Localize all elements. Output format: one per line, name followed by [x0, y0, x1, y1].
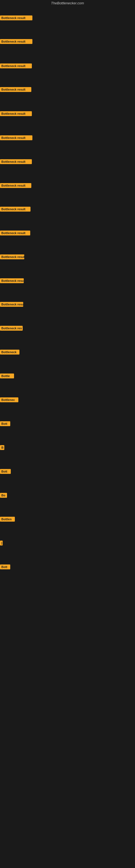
- bottleneck-badge: Bottleneck result: [0, 207, 31, 212]
- bottleneck-badge: Bottleneck result: [0, 16, 32, 20]
- bottleneck-badge: Bottlen: [0, 517, 15, 522]
- bottleneck-badge: Bottleneck res: [0, 326, 23, 331]
- bottleneck-badge: Bottleneck resu: [0, 278, 24, 283]
- bottleneck-badge: Bottleneck: [0, 350, 19, 354]
- bottleneck-badge: Bott: [0, 421, 10, 426]
- bottleneck-badge: Bott: [0, 564, 10, 569]
- bottleneck-badge: Bottle: [0, 373, 14, 378]
- bottleneck-badge: Bottleneck result: [0, 63, 32, 68]
- bottleneck-badge: Bott: [0, 469, 11, 474]
- site-title: TheBottlenecker.com: [0, 0, 135, 6]
- bottleneck-badge: B: [0, 445, 4, 450]
- bottleneck-badge: Bottleneck result: [0, 159, 32, 164]
- bottleneck-badge: |: [0, 540, 3, 546]
- bottleneck-badge: Bottleneck result: [0, 230, 30, 236]
- bottleneck-badge: Bottleneck result: [0, 135, 32, 140]
- bottleneck-badge: Bottlenec: [0, 397, 18, 402]
- bottleneck-badge: Bottleneck resul: [0, 254, 24, 259]
- bottleneck-badge: Bottleneck result: [0, 183, 31, 188]
- bottleneck-badge: Bottleneck result: [0, 87, 31, 92]
- bottleneck-badge: Bo: [0, 493, 7, 498]
- bottleneck-badge: Bottleneck result: [0, 39, 32, 44]
- bottleneck-badge: Bottleneck result: [0, 111, 32, 116]
- bottleneck-badge: Bottleneck resu: [0, 302, 23, 307]
